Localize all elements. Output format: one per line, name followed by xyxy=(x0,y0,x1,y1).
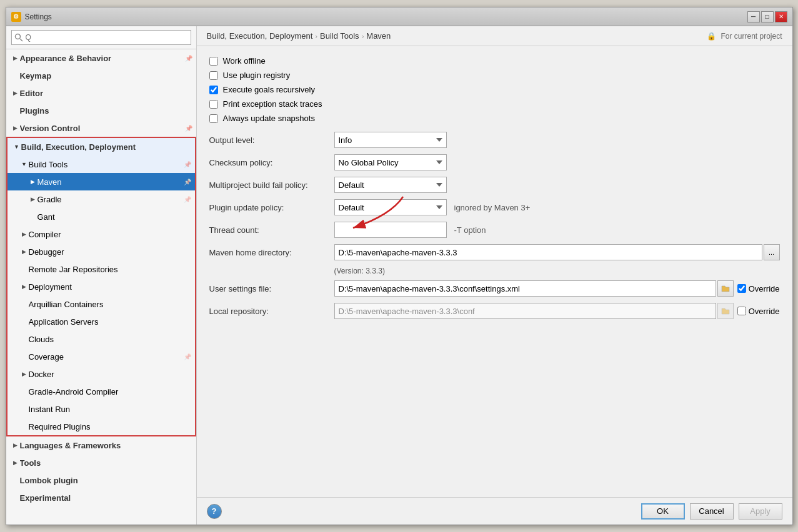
thread-count-label: Thread count: xyxy=(209,225,334,235)
maven-version-label: (Version: 3.3.3) xyxy=(334,267,780,275)
sidebar-item-debugger[interactable]: ▶ Debugger xyxy=(7,243,195,260)
sidebar-item-clouds[interactable]: Clouds xyxy=(7,330,195,348)
print-exception-row: Print exception stack traces xyxy=(209,99,780,109)
sidebar-item-docker[interactable]: ▶ Docker xyxy=(7,365,195,383)
sidebar-item-version-control[interactable]: ▶ Version Control 📌 xyxy=(6,119,196,137)
minimize-button[interactable]: ─ xyxy=(747,11,760,22)
cancel-button[interactable]: Cancel xyxy=(690,503,734,520)
main-panel: Build, Execution, Deployment › Build Too… xyxy=(197,26,792,525)
sidebar-item-editor[interactable]: ▶ Editor xyxy=(6,84,196,102)
maximize-button[interactable]: □ xyxy=(761,11,774,22)
local-repo-row: Local repository: Override xyxy=(209,303,780,319)
thread-count-input[interactable] xyxy=(334,222,447,238)
always-update-checkbox[interactable] xyxy=(209,114,218,123)
sidebar-item-label: Clouds xyxy=(29,335,195,344)
sidebar-item-label: Gradle xyxy=(37,195,182,204)
sidebar-item-app-servers[interactable]: Application Servers xyxy=(7,313,195,330)
sidebar-item-gradle-android[interactable]: Gradle-Android Compiler xyxy=(7,383,195,400)
breadcrumb: Build, Execution, Deployment › Build Too… xyxy=(207,31,391,41)
sidebar-item-plugins[interactable]: Plugins xyxy=(6,102,196,119)
search-input[interactable] xyxy=(11,30,191,45)
multiproject-select[interactable]: Default Fail At End Never Fail xyxy=(334,177,447,193)
multiproject-row: Multiproject build fail policy: Default … xyxy=(209,177,780,193)
close-button[interactable]: ✕ xyxy=(775,11,787,22)
maven-home-label: Maven home directory: xyxy=(209,248,334,257)
user-settings-browse-button[interactable] xyxy=(717,280,734,297)
panel-content-wrapper: Work offline Use plugin registry Execute… xyxy=(197,46,792,497)
help-button[interactable]: ? xyxy=(207,504,222,519)
sidebar-item-build-tools[interactable]: ▼ Build Tools 📌 xyxy=(7,155,195,173)
plugin-update-note: ignored by Maven 3+ xyxy=(454,203,531,212)
checksum-policy-row: Checksum policy: No Global Policy Warn F… xyxy=(209,154,780,170)
user-settings-override: Override xyxy=(737,284,780,293)
plugin-update-row: Plugin update policy: Default Always Dai… xyxy=(209,199,780,215)
print-exception-checkbox[interactable] xyxy=(209,100,218,109)
sidebar-item-compiler[interactable]: ▶ Compiler xyxy=(7,225,195,243)
expand-spacer xyxy=(20,422,29,431)
output-level-row: Output level: Info Debug Warn Error xyxy=(209,132,780,148)
sidebar-item-languages[interactable]: ▶ Languages & Frameworks xyxy=(6,436,196,454)
sidebar-item-lombok[interactable]: Lombok plugin xyxy=(6,471,196,489)
sidebar-item-label: Tools xyxy=(20,458,196,468)
expand-icon: ▶ xyxy=(11,89,20,97)
user-settings-input[interactable] xyxy=(334,280,716,297)
user-settings-override-checkbox[interactable] xyxy=(737,284,746,293)
local-repo-input[interactable] xyxy=(334,303,716,319)
folder-icon xyxy=(721,285,730,292)
sidebar-item-appearance[interactable]: ▶ Appearance & Behavior 📌 xyxy=(6,49,196,67)
sidebar-item-coverage[interactable]: Coverage 📌 xyxy=(7,348,195,365)
work-offline-checkbox[interactable] xyxy=(209,57,218,66)
sidebar-item-label: Version Control xyxy=(20,124,184,133)
sidebar-item-deployment[interactable]: ▶ Deployment xyxy=(7,278,195,295)
expand-spacer xyxy=(11,493,20,502)
sidebar-item-gant[interactable]: Gant xyxy=(7,208,195,225)
expand-spacer xyxy=(11,476,20,485)
execute-goals-checkbox[interactable] xyxy=(209,86,218,94)
sidebar-item-label: Required Plugins xyxy=(29,422,195,431)
sidebar-item-remote-jar[interactable]: Remote Jar Repositories xyxy=(7,260,195,278)
use-plugin-registry-checkbox[interactable] xyxy=(209,71,218,80)
sidebar-item-required-plugins[interactable]: Required Plugins xyxy=(7,418,195,435)
pin-icon: 📌 xyxy=(182,177,192,187)
sidebar-item-label: Gant xyxy=(37,212,195,222)
sidebar-item-label: Keymap xyxy=(20,71,196,81)
content-area: ▶ Appearance & Behavior 📌 Keymap ▶ Edito… xyxy=(6,26,792,525)
expand-icon: ▼ xyxy=(20,160,29,169)
sidebar-item-keymap[interactable]: Keymap xyxy=(6,67,196,84)
sidebar-item-maven[interactable]: ▶ Maven 📌 xyxy=(7,173,195,190)
panel-content: Work offline Use plugin registry Execute… xyxy=(197,46,792,335)
sidebar-item-tools[interactable]: ▶ Tools xyxy=(6,454,196,471)
expand-icon: ▶ xyxy=(20,247,29,256)
pin-icon: 📌 xyxy=(182,352,192,362)
sidebar-item-label: Docker xyxy=(29,370,195,379)
apply-button[interactable]: Apply xyxy=(739,503,782,520)
local-repo-override-checkbox[interactable] xyxy=(737,307,746,315)
output-level-select[interactable]: Info Debug Warn Error xyxy=(334,132,447,148)
checksum-policy-select[interactable]: No Global Policy Warn Fail xyxy=(334,154,447,170)
sidebar-item-arquillian[interactable]: Arquillian Containers xyxy=(7,295,195,313)
work-offline-label: Work offline xyxy=(223,56,266,66)
sidebar-item-label: Maven xyxy=(37,177,182,187)
sidebar-item-build-exec[interactable]: ▼ Build, Execution, Deployment xyxy=(7,138,195,155)
title-bar: ⚙ Settings ─ □ ✕ xyxy=(6,7,792,26)
window-title: Settings xyxy=(25,12,747,21)
pin-icon: 📌 xyxy=(184,53,194,63)
build-exec-group: ▼ Build, Execution, Deployment ▼ Build T… xyxy=(6,137,196,436)
maven-home-browse-button[interactable]: ... xyxy=(764,244,780,260)
sidebar-item-experimental[interactable]: Experimental xyxy=(6,489,196,506)
local-repo-override: Override xyxy=(737,307,780,316)
sidebar-item-label: Arquillian Containers xyxy=(29,300,195,309)
user-settings-row: User settings file: Override xyxy=(209,280,780,297)
ok-button[interactable]: OK xyxy=(641,503,685,520)
local-repo-browse-button[interactable] xyxy=(717,303,734,319)
sidebar-item-instant-run[interactable]: Instant Run xyxy=(7,400,195,418)
multiproject-label: Multiproject build fail policy: xyxy=(209,180,334,190)
pin-icon: 📌 xyxy=(182,159,192,169)
sidebar-item-gradle[interactable]: ▶ Gradle 📌 xyxy=(7,190,195,208)
plugin-update-select[interactable]: Default Always Daily Never xyxy=(334,199,447,215)
panel-header: Build, Execution, Deployment › Build Too… xyxy=(197,26,792,46)
expand-spacer xyxy=(29,212,37,221)
execute-goals-label: Execute goals recursively xyxy=(223,85,315,94)
maven-home-input[interactable] xyxy=(334,244,762,260)
breadcrumb-part-3: Maven xyxy=(366,31,391,41)
